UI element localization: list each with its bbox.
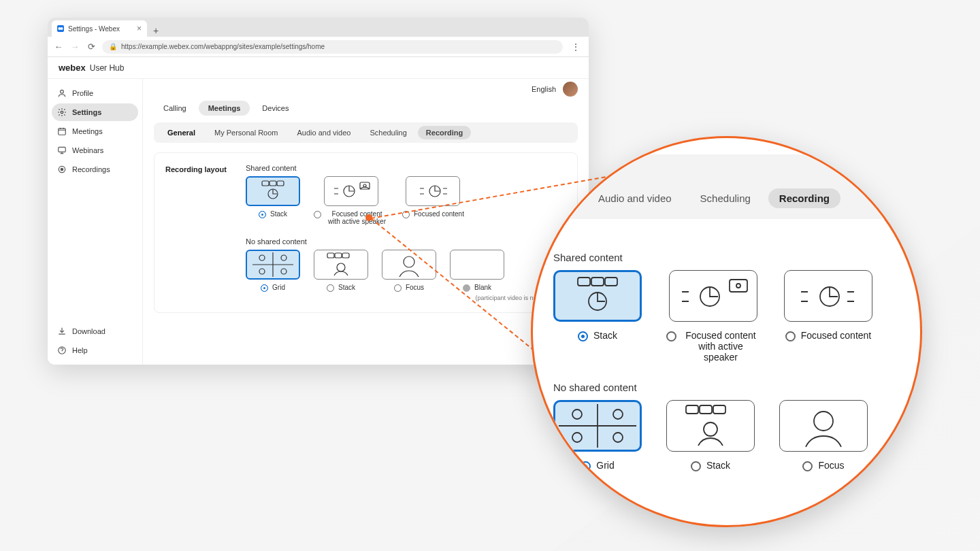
browser-menu-icon[interactable]: ⋮ — [568, 41, 583, 52]
mag-thumb-grid[interactable] — [553, 400, 642, 452]
radio-label: Focused content with active speaker — [682, 330, 760, 363]
radio-blank[interactable]: Blank — [463, 284, 491, 292]
mag-radio-focused[interactable]: Focused content — [785, 330, 872, 341]
tab-calling[interactable]: Calling — [154, 101, 196, 116]
mag-radio-stack[interactable]: Stack — [578, 330, 617, 341]
svg-point-45 — [704, 422, 717, 436]
svg-rect-29 — [591, 278, 604, 286]
main-content: English Calling Meetings Devices General… — [143, 79, 589, 365]
layout-thumb-nostack[interactable] — [314, 250, 368, 280]
radio-icon — [463, 284, 470, 292]
svg-point-34 — [736, 284, 740, 288]
sidebar-item-recordings[interactable]: Recordings — [52, 161, 138, 178]
mag-thumb-focused[interactable] — [784, 270, 872, 322]
mag-thumb-focused-speaker[interactable] — [669, 270, 757, 322]
gear-icon — [57, 107, 67, 117]
tab-scheduling[interactable]: Scheduling — [361, 126, 414, 139]
mag-thumb-nostack[interactable] — [666, 400, 755, 452]
svg-point-3 — [61, 111, 63, 114]
svg-rect-9 — [262, 181, 269, 186]
mag-thumb-focus[interactable] — [779, 400, 868, 452]
svg-point-38 — [572, 410, 582, 419]
svg-rect-23 — [327, 253, 334, 258]
svg-rect-24 — [335, 253, 342, 258]
reload-icon[interactable]: ⟳ — [86, 41, 97, 52]
svg-point-41 — [613, 433, 623, 442]
svg-rect-43 — [700, 405, 712, 414]
tab-devices[interactable]: Devices — [252, 101, 298, 116]
svg-rect-25 — [342, 253, 349, 258]
panel-title: Recording layout — [165, 164, 246, 173]
tab-general[interactable]: General — [159, 126, 203, 139]
help-icon — [57, 346, 67, 355]
radio-icon — [691, 461, 701, 471]
magnifier-zoom: Audio and video Scheduling Recording Sha… — [531, 136, 922, 527]
svg-rect-5 — [59, 147, 66, 152]
browser-window: Settings - Webex × + ← → ⟳ 🔒 https://exa… — [48, 18, 589, 365]
radio-label: Focused content — [801, 330, 872, 341]
svg-point-26 — [337, 263, 345, 271]
svg-rect-44 — [713, 405, 725, 414]
svg-point-27 — [404, 256, 414, 267]
mag-noshared-title: No shared content — [553, 382, 872, 393]
tab-recording[interactable]: Recording — [418, 126, 471, 139]
new-tab-button[interactable]: + — [150, 24, 162, 37]
sidebar-item-help[interactable]: Help — [52, 341, 138, 359]
mag-tab-recording[interactable]: Recording — [768, 188, 840, 208]
browser-tab-bar: Settings - Webex × + — [48, 18, 589, 37]
avatar[interactable] — [563, 82, 578, 97]
app-header: webex User Hub — [48, 57, 589, 79]
recording-layout-panel: Recording layout Shared content — [154, 152, 578, 313]
radio-icon — [261, 284, 268, 292]
mag-thumb-stack[interactable] — [553, 270, 642, 322]
radio-grid[interactable]: Grid — [261, 284, 285, 292]
sidebar-item-profile[interactable]: Profile — [52, 84, 138, 102]
layout-thumb-stack[interactable] — [246, 176, 300, 206]
close-tab-icon[interactable]: × — [137, 24, 142, 33]
sidebar-item-settings[interactable]: Settings — [52, 103, 138, 121]
sidebar-item-webinars[interactable]: Webinars — [52, 141, 138, 159]
svg-point-40 — [572, 433, 582, 442]
mag-tab-scheduling[interactable]: Scheduling — [689, 188, 762, 208]
back-icon[interactable]: ← — [53, 41, 64, 52]
radio-nostack[interactable]: Stack — [327, 284, 355, 292]
radio-icon — [785, 331, 796, 341]
url-text: https://example.webex.com/webappng/sites… — [121, 43, 325, 50]
radio-icon — [578, 331, 588, 341]
sidebar: Profile Settings Meetings Webinars — [48, 79, 143, 365]
layout-thumb-blank[interactable] — [450, 250, 504, 280]
sidebar-item-label: Meetings — [72, 127, 103, 135]
language-selector[interactable]: English — [532, 85, 556, 93]
sidebar-item-download[interactable]: Download — [52, 322, 138, 340]
radio-icon — [666, 331, 676, 341]
svg-rect-4 — [59, 129, 66, 135]
mag-tab-audiovideo[interactable]: Audio and video — [587, 188, 683, 208]
url-input[interactable]: 🔒 https://example.webex.com/webappng/sit… — [102, 40, 563, 54]
radio-label: Grid — [596, 460, 614, 471]
tab-meetings[interactable]: Meetings — [199, 101, 250, 116]
blank-note: (participant video is not recorded) — [246, 295, 566, 301]
layout-thumb-grid[interactable] — [246, 250, 300, 280]
svg-rect-10 — [270, 181, 276, 186]
sidebar-item-label: Settings — [72, 108, 101, 116]
browser-tab[interactable]: Settings - Webex × — [52, 20, 147, 37]
primary-tabs: Calling Meetings Devices — [154, 101, 578, 116]
sidebar-item-label: Webinars — [72, 146, 103, 154]
forward-icon[interactable]: → — [69, 41, 80, 52]
mag-radio-grid[interactable]: Grid — [581, 460, 614, 471]
radio-label: Focused content — [414, 210, 464, 218]
radio-focus[interactable]: Focus — [394, 284, 424, 292]
sidebar-item-meetings[interactable]: Meetings — [52, 122, 138, 140]
mag-radio-focus[interactable]: Focus — [802, 460, 844, 471]
mag-shared-title: Shared content — [553, 252, 872, 263]
layout-thumb-focused[interactable] — [406, 176, 460, 206]
browser-addr-bar: ← → ⟳ 🔒 https://example.webex.com/webapp… — [48, 37, 589, 57]
tab-audiovideo[interactable]: Audio and video — [289, 126, 359, 139]
mag-radio-focused-speaker[interactable]: Focused content with active speaker — [666, 330, 760, 363]
svg-rect-30 — [605, 278, 617, 286]
layout-thumb-focused-speaker[interactable] — [324, 176, 378, 206]
mag-radio-nostack[interactable]: Stack — [691, 460, 730, 471]
tab-mypersonalroom[interactable]: My Personal Room — [206, 126, 287, 139]
radio-stack[interactable]: Stack — [259, 210, 287, 218]
svg-point-22 — [281, 269, 287, 274]
